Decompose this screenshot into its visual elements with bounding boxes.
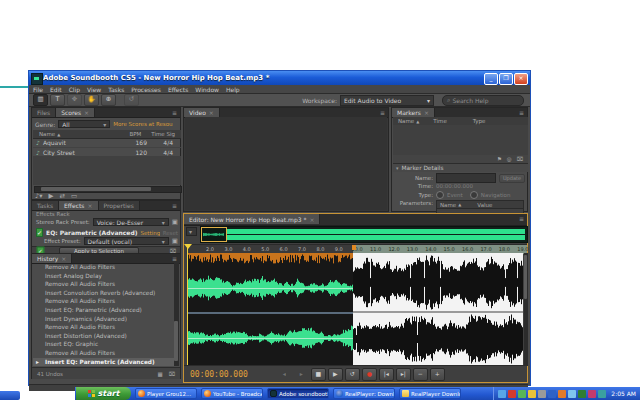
history-item[interactable]: Remove All Audio Filters <box>33 263 175 272</box>
history-item[interactable]: Insert Distortion (Advanced) <box>33 332 175 341</box>
timecode[interactable]: 00:00:00.000 <box>190 370 248 379</box>
panel-menu-icon[interactable]: ≡ <box>172 254 180 263</box>
menu-item[interactable]: File <box>33 86 43 93</box>
hand-tool-icon[interactable]: ✋ <box>84 94 99 106</box>
minimize-button[interactable]: _ <box>484 73 498 85</box>
snapshot-icon[interactable]: ▦ <box>157 371 162 377</box>
loop-preview-icon[interactable]: ⇄ <box>59 192 64 200</box>
history-item[interactable]: Insert EQ: Parametric (Advanced) <box>33 358 175 367</box>
tab-tasks[interactable]: Tasks <box>32 201 59 210</box>
vertical-scrollbar[interactable] <box>174 263 179 366</box>
menu-item[interactable]: Help <box>226 86 240 93</box>
save-preset-icon[interactable]: ▣ <box>172 218 178 226</box>
close-icon[interactable]: × <box>309 216 314 223</box>
panel-menu-icon[interactable]: ≡ <box>172 108 180 117</box>
more-scores-link[interactable]: More Scores at Resour... <box>113 121 173 127</box>
overview-zoom-range-box[interactable] <box>201 227 227 242</box>
taskbar-button[interactable]: Player Grou12... <box>135 388 197 399</box>
marker-name-input[interactable] <box>436 173 496 183</box>
tray-icon[interactable] <box>538 390 546 398</box>
zoom-tool-icon[interactable]: ⊕ <box>101 94 116 106</box>
genre-dropdown[interactable]: All▾ <box>58 120 110 128</box>
tray-icon[interactable] <box>508 390 516 398</box>
transport-button[interactable]: ▶ <box>328 368 343 381</box>
tab-scores[interactable]: Scores× <box>56 108 95 117</box>
transport-button[interactable]: |◂ <box>379 368 394 381</box>
menu-item[interactable]: Tasks <box>108 86 124 93</box>
trash-icon[interactable]: ⌧ <box>169 371 175 377</box>
start-button[interactable]: start <box>76 387 131 400</box>
tab-editor[interactable]: Editor: New Horror Hip Hop Beat.mp3 *× <box>184 214 320 224</box>
close-icon[interactable]: × <box>87 202 92 209</box>
folder-icon[interactable]: ▭ <box>71 192 77 200</box>
tray-icon[interactable] <box>548 390 556 398</box>
transport-button[interactable]: ▸| <box>396 368 411 381</box>
tray-icon[interactable] <box>528 390 536 398</box>
type-event-radio[interactable] <box>436 191 444 199</box>
preview-volume-icon[interactable]: ♪▾ <box>35 192 42 200</box>
taskbar-button[interactable]: RealPlayer Downloads <box>399 388 461 399</box>
settings-link[interactable]: Settings... <box>140 230 159 236</box>
reset-button[interactable]: Reset <box>163 230 178 236</box>
panel-menu-icon[interactable]: ≡ <box>172 201 180 210</box>
search-help-input[interactable]: ⌕ Search Help <box>442 95 524 106</box>
effect-enabled-checkbox[interactable]: ✓ <box>36 228 43 237</box>
history-item[interactable]: Insert EQ: Graphic <box>33 340 175 349</box>
vertical-scrollbar[interactable] <box>524 253 528 366</box>
close-icon[interactable]: × <box>84 109 89 116</box>
tray-icon[interactable] <box>598 390 606 398</box>
transport-button[interactable]: ↺ <box>345 368 360 381</box>
panel-menu-icon[interactable]: ≡ <box>519 214 527 225</box>
workspace-dropdown[interactable]: Edit Audio to Video ▾ <box>340 95 434 106</box>
panel-menu-icon[interactable]: ≡ <box>519 108 527 117</box>
marker-flag-icon[interactable] <box>352 245 356 250</box>
playhead[interactable] <box>187 244 188 366</box>
tray-icon[interactable] <box>578 390 586 398</box>
play-preview-icon[interactable]: ▶ <box>48 192 53 200</box>
tab-video[interactable]: Video× <box>184 108 220 117</box>
tab-markers[interactable]: Markers× <box>392 108 435 117</box>
history-item[interactable]: Remove All Audio Filters <box>33 297 175 306</box>
history-item[interactable]: Insert Convolution Reverb (Advanced) <box>33 289 175 298</box>
tray-icon[interactable] <box>568 390 576 398</box>
add-marker-icon[interactable]: ⚑ <box>497 156 502 162</box>
close-icon[interactable]: × <box>424 109 429 116</box>
tray-icon[interactable] <box>588 390 596 398</box>
tray-icon[interactable] <box>498 390 506 398</box>
update-marker-button[interactable]: Update <box>499 174 525 183</box>
restore-button[interactable]: ❐ <box>499 73 513 85</box>
transport-button[interactable]: ● <box>362 368 377 381</box>
history-item[interactable]: Insert Dynamics (Advanced) <box>33 315 175 324</box>
score-row[interactable]: ♪ Aquavit 169 4/4 <box>33 138 181 148</box>
tab-effects[interactable]: Effects× <box>59 201 98 210</box>
history-item[interactable]: Insert Analog Delay <box>33 272 175 281</box>
delete-marker-icon[interactable]: ⌧ <box>517 156 523 162</box>
close-icon[interactable]: × <box>209 109 214 116</box>
taskbar-button[interactable]: RealPlayer: Downloa... <box>333 388 395 399</box>
transport-button[interactable]: + <box>430 368 445 381</box>
editor-view-dropdown[interactable]: ▾ <box>186 227 197 236</box>
tab-files[interactable]: Files <box>32 108 56 117</box>
loop-tool-icon[interactable]: ↺ <box>124 94 139 106</box>
menu-item[interactable]: Effects <box>168 86 188 93</box>
panel-menu-icon[interactable]: ≡ <box>380 108 388 117</box>
text-tool-icon[interactable]: T <box>50 94 65 106</box>
history-item[interactable]: Insert EQ: Parametric (Advanced) <box>33 306 175 315</box>
transport-button[interactable]: ◂ <box>277 368 292 381</box>
menu-item[interactable]: View <box>87 86 101 93</box>
menu-item[interactable]: Clip <box>69 86 80 93</box>
playhead-handle-icon[interactable] <box>184 244 192 249</box>
marker-options-icon[interactable]: ◎ <box>507 156 512 162</box>
close-icon[interactable]: × <box>61 255 66 262</box>
move-tool-icon[interactable]: ✥ <box>67 94 82 106</box>
type-navigation-radio[interactable] <box>470 191 478 199</box>
waveform-selected-region[interactable] <box>353 253 523 366</box>
effect-preset-dropdown[interactable]: Default (vocal)▾ <box>84 237 169 245</box>
taskbar-button[interactable]: YouTube - Broadcas... <box>201 388 263 399</box>
stereo-rack-preset-dropdown[interactable]: Voice: De-Esser▾ <box>93 218 169 226</box>
close-button[interactable]: × <box>514 73 528 85</box>
menu-item[interactable]: Edit <box>50 86 62 93</box>
transport-button[interactable]: − <box>413 368 428 381</box>
tab-history[interactable]: History× <box>32 254 72 263</box>
transport-button[interactable]: ■ <box>311 368 326 381</box>
